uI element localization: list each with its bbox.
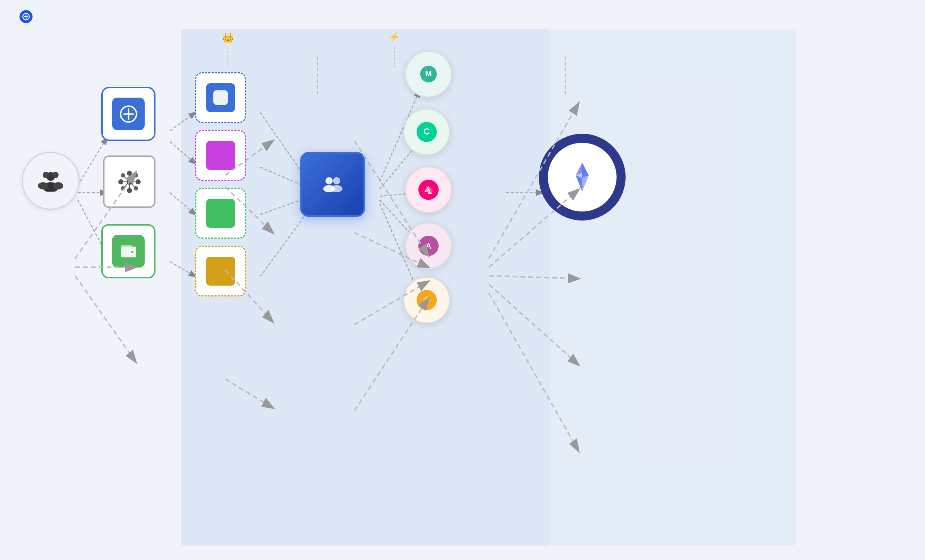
authority-section: 👑	[199, 32, 257, 44]
maker-node: M	[405, 51, 452, 101]
logo-icon	[20, 10, 33, 23]
crown-icon: 👑	[199, 32, 257, 44]
uniswap-node: 🦄	[405, 166, 452, 217]
owners-node	[195, 130, 246, 184]
svg-point-49	[325, 177, 333, 184]
diagram: 👑 ⚡	[15, 29, 910, 545]
connectors-icon: ⚡	[365, 32, 423, 42]
svg-point-22	[52, 172, 59, 178]
svg-text:🦄: 🦄	[424, 185, 434, 194]
aave-node: A	[405, 222, 452, 273]
svg-point-21	[43, 172, 49, 178]
svg-text:M: M	[425, 69, 432, 78]
svg-text:A: A	[426, 241, 431, 250]
connectors-section: ⚡	[365, 32, 423, 42]
dapps-node	[103, 155, 155, 211]
svg-marker-66	[575, 175, 582, 191]
header	[17, 10, 35, 23]
svg-point-50	[333, 177, 340, 184]
svg-line-41	[130, 175, 136, 182]
ethereum-node	[539, 134, 625, 229]
dao-node	[195, 188, 246, 242]
svg-text:C: C	[423, 126, 429, 136]
smart-accounts-node	[300, 152, 365, 217]
svg-line-40	[123, 175, 130, 182]
connectors-panel	[550, 29, 795, 545]
multisig-node	[195, 246, 246, 300]
svg-line-43	[130, 182, 136, 188]
instadapp-node	[101, 87, 155, 145]
svg-point-24	[38, 182, 48, 190]
compound-node: C	[403, 108, 450, 159]
users-node	[22, 152, 80, 213]
svg-line-70	[75, 276, 136, 362]
managers-node	[195, 72, 246, 126]
svg-point-52	[331, 185, 342, 192]
svg-point-46	[131, 251, 133, 253]
wallets-node	[101, 224, 155, 282]
svg-line-42	[123, 182, 130, 188]
svg-rect-47	[121, 245, 133, 247]
svg-text:⚡: ⚡	[420, 294, 433, 306]
flashloan-node: ⚡	[403, 277, 450, 327]
svg-rect-48	[213, 90, 228, 105]
svg-point-25	[53, 182, 63, 190]
